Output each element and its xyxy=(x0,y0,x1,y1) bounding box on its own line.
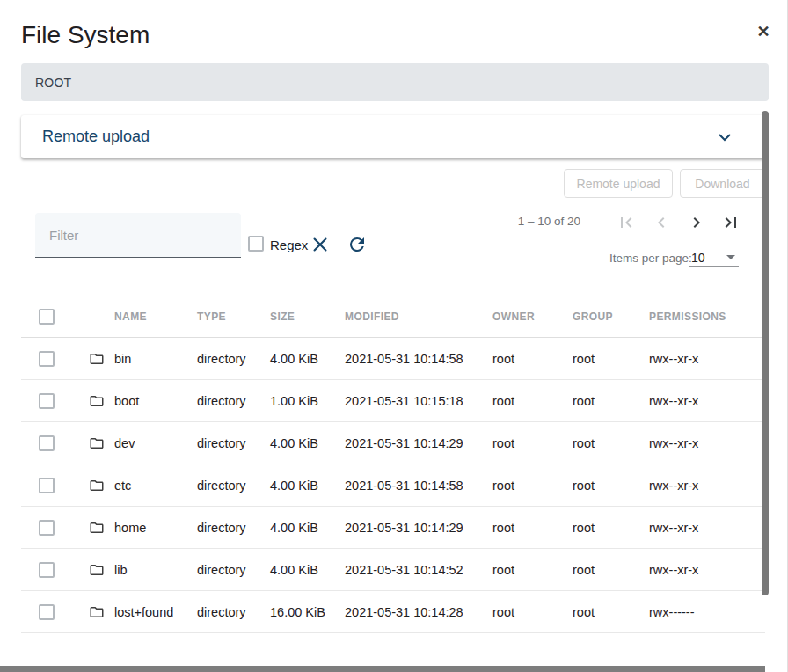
download-button[interactable]: Download xyxy=(680,169,765,198)
file-group: root xyxy=(573,521,595,535)
file-group: root xyxy=(573,478,595,493)
column-header-group: GROUP xyxy=(573,310,613,323)
chevron-down-icon xyxy=(714,127,735,148)
file-modified: 2021-05-31 10:14:29 xyxy=(345,436,463,450)
table-row[interactable]: dev directory 4.00 KiB 2021-05-31 10:14:… xyxy=(21,422,765,464)
file-permissions: rwx--xr-x xyxy=(649,521,698,535)
file-permissions: rwx--xr-x xyxy=(649,352,698,366)
page-title: File System xyxy=(21,21,150,49)
regex-checkbox[interactable] xyxy=(248,236,264,252)
file-type: directory xyxy=(197,394,246,408)
column-header-size: SIZE xyxy=(270,310,295,323)
breadcrumb[interactable]: ROOT xyxy=(21,63,769,101)
table-row[interactable]: home directory 4.00 KiB 2021-05-31 10:14… xyxy=(21,507,765,549)
breadcrumb-root-label: ROOT xyxy=(35,76,71,90)
file-owner: root xyxy=(492,478,514,493)
items-per-page-value: 10 xyxy=(691,251,705,265)
folder-icon xyxy=(89,351,105,367)
table-body: bin directory 4.00 KiB 2021-05-31 10:14:… xyxy=(21,338,765,633)
file-type: directory xyxy=(197,521,246,535)
regex-label: Regex xyxy=(270,237,308,252)
remote-upload-panel-label: Remote upload xyxy=(42,128,714,146)
remote-upload-panel[interactable]: Remote upload xyxy=(21,115,765,158)
file-type: directory xyxy=(197,563,246,577)
file-group: root xyxy=(573,605,595,619)
file-type: directory xyxy=(197,352,246,366)
vertical-scrollbar[interactable] xyxy=(762,111,769,595)
file-owner: root xyxy=(492,563,514,577)
remote-upload-button[interactable]: Remote upload xyxy=(564,169,673,198)
file-permissions: rwx--xr-x xyxy=(649,394,698,408)
row-checkbox[interactable] xyxy=(39,478,55,493)
last-page-icon[interactable] xyxy=(720,211,743,234)
table-row[interactable]: etc directory 4.00 KiB 2021-05-31 10:14:… xyxy=(21,464,765,507)
file-modified: 2021-05-31 10:14:29 xyxy=(345,521,463,535)
row-checkbox[interactable] xyxy=(39,562,55,578)
refresh-icon[interactable] xyxy=(347,233,368,255)
file-name: bin xyxy=(114,352,131,366)
table-row[interactable]: boot directory 1.00 KiB 2021-05-31 10:15… xyxy=(21,380,765,422)
row-checkbox[interactable] xyxy=(39,520,55,536)
file-group: root xyxy=(573,563,595,577)
row-checkbox[interactable] xyxy=(39,351,55,367)
folder-icon xyxy=(89,604,105,620)
file-modified: 2021-05-31 10:14:58 xyxy=(345,478,463,493)
file-modified: 2021-05-31 10:14:58 xyxy=(345,352,463,366)
table-row[interactable]: bin directory 4.00 KiB 2021-05-31 10:14:… xyxy=(21,338,765,380)
file-modified: 2021-05-31 10:15:18 xyxy=(345,394,463,408)
folder-icon xyxy=(89,520,105,536)
file-type: directory xyxy=(197,436,246,450)
file-permissions: rwx--xr-x xyxy=(649,436,698,450)
table-row[interactable]: lost+found directory 16.00 KiB 2021-05-3… xyxy=(21,591,765,633)
row-checkbox[interactable] xyxy=(39,435,55,451)
file-size: 1.00 KiB xyxy=(270,394,318,408)
file-permissions: rwx--xr-x xyxy=(649,563,698,577)
file-name: boot xyxy=(114,394,139,408)
file-size: 4.00 KiB xyxy=(270,563,318,577)
filter-input[interactable] xyxy=(35,213,241,257)
file-owner: root xyxy=(492,605,514,619)
file-owner: root xyxy=(492,436,514,450)
file-name: dev xyxy=(114,436,135,450)
file-owner: root xyxy=(492,352,514,366)
file-owner: root xyxy=(492,521,514,535)
file-name: home xyxy=(114,521,146,535)
next-page-icon[interactable] xyxy=(686,211,709,234)
file-permissions: rwx------ xyxy=(649,605,695,619)
folder-icon xyxy=(89,562,105,578)
file-name: etc xyxy=(114,478,131,493)
select-all-checkbox[interactable] xyxy=(39,309,55,325)
file-group: root xyxy=(573,352,595,366)
column-header-type: TYPE xyxy=(197,310,226,323)
dropdown-arrow-icon xyxy=(726,255,735,259)
row-checkbox[interactable] xyxy=(39,393,55,409)
table-row[interactable]: lib directory 4.00 KiB 2021-05-31 10:14:… xyxy=(21,549,765,591)
file-table: NAME TYPE SIZE MODIFIED OWNER GROUP PERM… xyxy=(21,296,765,633)
file-size: 4.00 KiB xyxy=(270,521,318,535)
file-name: lost+found xyxy=(114,605,173,619)
column-header-modified: MODIFIED xyxy=(345,310,399,323)
items-per-page-select[interactable]: 10 xyxy=(689,249,739,267)
filter-field xyxy=(35,213,241,258)
previous-page-icon[interactable] xyxy=(651,211,674,234)
folder-icon xyxy=(89,393,105,409)
file-size: 4.00 KiB xyxy=(270,436,318,450)
horizontal-scrollbar[interactable] xyxy=(0,666,765,672)
column-header-permissions: PERMISSIONS xyxy=(649,310,726,323)
file-type: directory xyxy=(197,478,246,493)
file-group: root xyxy=(573,394,595,408)
file-permissions: rwx--xr-x xyxy=(649,478,698,493)
row-checkbox[interactable] xyxy=(39,604,55,620)
items-per-page-label: Items per page: xyxy=(609,252,692,265)
first-page-icon[interactable] xyxy=(616,211,638,234)
file-owner: root xyxy=(492,394,514,408)
clear-filter-icon[interactable] xyxy=(310,234,332,255)
file-type: directory xyxy=(197,605,246,619)
column-header-owner: OWNER xyxy=(492,310,535,323)
file-size: 4.00 KiB xyxy=(270,478,318,493)
close-icon[interactable]: ✕ xyxy=(753,21,774,42)
folder-icon xyxy=(89,478,105,493)
file-name: lib xyxy=(114,563,128,577)
file-modified: 2021-05-31 10:14:28 xyxy=(345,605,463,619)
file-size: 4.00 KiB xyxy=(270,352,318,366)
